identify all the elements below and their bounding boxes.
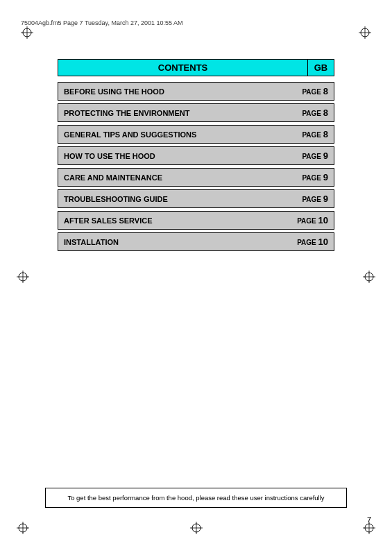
header-line: 75004Agb.fm5 Page 7 Tuesday, March 27, 2…	[21, 19, 371, 26]
bottom-note: To get the best performance from the hoo…	[45, 488, 347, 508]
toc-page-number: 8	[323, 86, 328, 96]
toc-row-label: GENERAL TIPS AND SUGGESTIONS	[58, 127, 292, 142]
toc-table: BEFORE USING THE HOODPAGE 8PROTECTING TH…	[58, 82, 334, 251]
toc-row: TROUBLESHOOTING GUIDEPAGE 9	[58, 189, 334, 208]
contents-gb: GB	[308, 59, 334, 76]
toc-page-number: 10	[318, 237, 328, 247]
toc-page-number: 8	[323, 108, 328, 118]
crosshair-bot-left	[17, 522, 29, 534]
toc-row-label: TROUBLESHOOTING GUIDE	[58, 191, 292, 207]
toc-page-number: 9	[323, 151, 328, 161]
toc-row-label: INSTALLATION	[58, 234, 291, 250]
bottom-note-text: To get the best performance from the hoo…	[67, 494, 324, 502]
page-container: 75004Agb.fm5 Page 7 Tuesday, March 27, 2…	[0, 0, 392, 555]
toc-page-number: 10	[318, 215, 328, 225]
toc-row-page: PAGE 10	[291, 233, 334, 250]
toc-row: BEFORE USING THE HOODPAGE 8	[58, 82, 334, 101]
toc-row: PROTECTING THE ENVIRONMENTPAGE 8	[58, 103, 334, 122]
crosshair-mid-left	[17, 271, 29, 283]
toc-row-page: PAGE 9	[292, 147, 334, 164]
toc-row-label: AFTER SALES SERVICE	[58, 213, 291, 228]
contents-header: CONTENTS GB	[58, 59, 334, 76]
toc-row: HOW TO USE THE HOODPAGE 9	[58, 146, 334, 165]
toc-row-label: PROTECTING THE ENVIRONMENT	[58, 105, 292, 121]
toc-row-page: PAGE 9	[292, 169, 334, 186]
toc-page-number: 9	[323, 172, 328, 182]
contents-title: CONTENTS	[58, 59, 308, 76]
crosshair-bot-right	[363, 522, 375, 534]
toc-row: INSTALLATIONPAGE 10	[58, 232, 334, 251]
crosshair-top-right	[359, 26, 371, 39]
toc-row-page: PAGE 10	[291, 212, 334, 229]
crosshair-top-left	[21, 26, 33, 39]
toc-row: CARE AND MAINTENANCEPAGE 9	[58, 168, 334, 187]
toc-page-number: 9	[323, 194, 328, 204]
toc-row: GENERAL TIPS AND SUGGESTIONSPAGE 8	[58, 125, 334, 144]
content-area: CONTENTS GB BEFORE USING THE HOODPAGE 8P…	[58, 59, 334, 254]
toc-row-label: BEFORE USING THE HOOD	[58, 84, 292, 99]
toc-row-label: HOW TO USE THE HOOD	[58, 148, 292, 164]
toc-row-page: PAGE 8	[292, 104, 334, 121]
toc-row-page: PAGE 9	[292, 190, 334, 207]
toc-row-page: PAGE 8	[292, 126, 334, 143]
toc-row-page: PAGE 8	[292, 83, 334, 100]
header-filename: 75004Agb.fm5 Page 7 Tuesday, March 27, 2…	[21, 19, 183, 26]
toc-row-label: CARE AND MAINTENANCE	[58, 170, 292, 185]
toc-page-number: 8	[323, 129, 328, 139]
crosshair-mid-right	[363, 271, 375, 283]
toc-row: AFTER SALES SERVICEPAGE 10	[58, 211, 334, 230]
crosshair-bot-mid	[190, 522, 203, 534]
